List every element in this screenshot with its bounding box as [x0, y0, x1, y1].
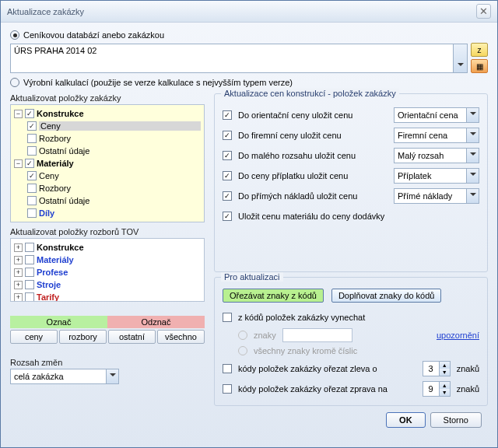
checkbox[interactable] — [27, 146, 37, 156]
checkbox[interactable] — [223, 191, 232, 201]
checkbox[interactable] — [25, 109, 34, 118]
chevron-down-icon[interactable] — [453, 44, 467, 72]
dd-priplatek[interactable]: Příplatek — [394, 168, 479, 184]
checkbox[interactable] — [223, 364, 232, 373]
tree-tov[interactable]: +Konstrukce +Materiály +Profese +Stroje … — [10, 238, 205, 302]
btn-ostatni[interactable]: ostatní — [108, 330, 156, 344]
checkbox[interactable] — [27, 184, 37, 193]
close-icon[interactable]: ✕ — [476, 4, 491, 19]
checkbox[interactable] — [27, 208, 37, 218]
checkbox[interactable] — [223, 171, 232, 180]
checkbox[interactable] — [27, 171, 37, 180]
window-title: Aktualizace zakázky — [7, 7, 84, 16]
dd-orient[interactable]: Orientační cena — [394, 107, 479, 123]
titlebar: Aktualizace zakázky ✕ — [1, 1, 497, 23]
radio-label: Ceníkovou databází anebo zakázkou — [23, 30, 164, 40]
spin-right[interactable]: 9▲▼ — [423, 381, 451, 397]
checkbox[interactable] — [25, 292, 34, 302]
znaky-input — [282, 328, 352, 342]
btn-vsechno[interactable]: všechno — [157, 330, 205, 344]
expand-icon[interactable]: + — [14, 268, 23, 277]
btn-doplnovat[interactable]: Doplňovat znaky do kódů — [331, 289, 442, 303]
group-aktualizace: Pro aktualizaci Ořezávat znaky z kódů Do… — [214, 277, 488, 406]
radio-by-database[interactable]: Ceníkovou databází anebo zakázkou — [10, 30, 488, 40]
expand-icon[interactable]: + — [14, 293, 23, 302]
expand-icon[interactable]: + — [14, 281, 23, 289]
radio-by-calc[interactable]: Výrobní kalkulací (použije se verze kalk… — [10, 78, 488, 87]
tree-zakazky[interactable]: −Konstrukce Ceny Rozbory Ostatní údaje −… — [10, 104, 205, 222]
radio-vsechny — [238, 346, 247, 355]
checkbox[interactable] — [223, 131, 232, 140]
radio-label: Výrobní kalkulací (použije se verze kalk… — [23, 78, 293, 87]
expand-icon[interactable]: + — [14, 243, 23, 252]
chevron-down-icon — [106, 369, 118, 383]
warning-link[interactable]: upozornění — [437, 331, 479, 340]
checkbox[interactable] — [223, 384, 232, 394]
checkbox[interactable] — [223, 151, 232, 160]
cancel-button[interactable]: Storno — [430, 412, 482, 428]
database-combo[interactable]: ÚRS PRAHA 2014 02 — [10, 44, 468, 73]
tree2-title: Aktualizovat položky rozborů TOV — [10, 227, 205, 236]
tree1-title: Aktualizovat položky zakázky — [10, 93, 205, 103]
rozsah-label: Rozsah změn — [10, 358, 205, 367]
btn-ceny[interactable]: ceny — [10, 330, 58, 344]
legend-row: Označ Odznač — [10, 316, 205, 328]
checkbox[interactable] — [27, 196, 37, 205]
dd-maly[interactable]: Malý rozsah — [394, 148, 479, 163]
checkbox[interactable] — [27, 121, 37, 131]
checkbox[interactable] — [25, 280, 34, 289]
folder-db-icon[interactable]: ▦ — [471, 59, 488, 73]
folder-z-icon[interactable]: z — [471, 43, 488, 57]
dd-prime[interactable]: Přímé náklady — [394, 188, 479, 204]
checkbox[interactable] — [27, 134, 37, 143]
group-ceny: Aktualizace cen konstrukcí - položek zak… — [214, 93, 488, 272]
collapse-icon[interactable]: − — [14, 159, 23, 168]
btn-orezavat[interactable]: Ořezávat znaky z kódů — [223, 289, 324, 303]
ok-button[interactable]: OK — [386, 412, 426, 428]
radio-znaky — [238, 331, 247, 340]
btn-rozbory[interactable]: rozbory — [59, 330, 107, 344]
checkbox[interactable] — [25, 159, 34, 168]
checkbox[interactable] — [223, 212, 232, 221]
checkbox[interactable] — [223, 110, 232, 120]
rozsah-select[interactable]: celá zakázka — [10, 369, 119, 384]
checkbox[interactable] — [223, 313, 232, 322]
expand-icon[interactable]: + — [14, 256, 23, 264]
spin-left[interactable]: 3▲▼ — [423, 361, 451, 376]
collapse-icon[interactable]: − — [14, 110, 23, 118]
checkbox[interactable] — [25, 255, 34, 264]
checkbox[interactable] — [25, 268, 34, 277]
checkbox[interactable] — [25, 243, 34, 252]
dd-firemni[interactable]: Firemní cena — [394, 128, 479, 143]
